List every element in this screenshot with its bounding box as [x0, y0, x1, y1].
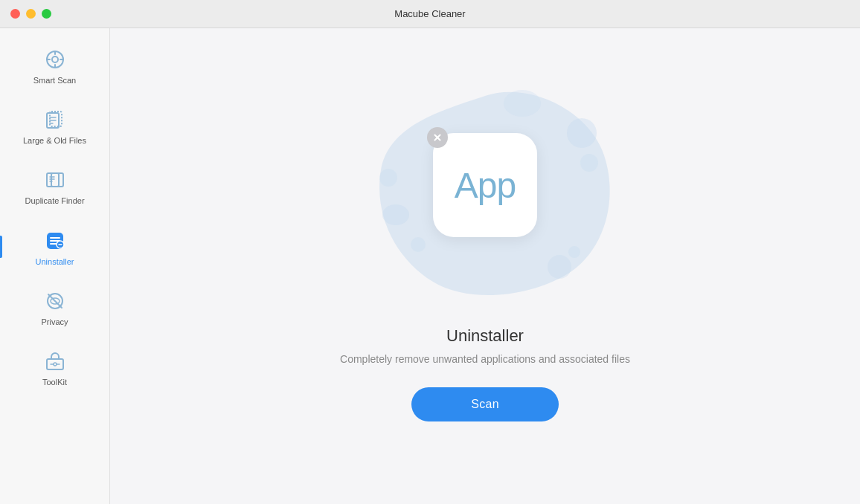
svg-point-34: [568, 246, 580, 258]
toolkit-label: ToolKit: [42, 378, 67, 387]
illustration: App: [336, 66, 634, 304]
uninstaller-icon: [42, 227, 68, 254]
toolkit-icon: [42, 348, 68, 375]
svg-point-33: [548, 255, 571, 279]
large-old-files-label: Large & Old Files: [23, 136, 86, 146]
smart-scan-label: Smart Scan: [33, 76, 76, 85]
window-controls: [10, 9, 51, 19]
svg-point-29: [567, 118, 597, 148]
svg-rect-11: [47, 173, 59, 187]
svg-rect-19: [50, 243, 57, 245]
svg-point-31: [382, 204, 409, 225]
sidebar-item-toolkit[interactable]: ToolKit: [6, 339, 103, 396]
sidebar: Smart Scan Large & Old Files: [0, 28, 110, 504]
app-icon-card: App: [433, 133, 537, 237]
large-old-files-icon: [42, 106, 68, 133]
sidebar-item-duplicate-finder[interactable]: Duplicate Finder: [6, 158, 103, 215]
sidebar-item-uninstaller[interactable]: Uninstaller: [6, 219, 103, 276]
svg-point-1: [52, 56, 58, 62]
svg-point-30: [580, 154, 598, 172]
scan-button[interactable]: Scan: [411, 387, 559, 421]
svg-rect-25: [47, 359, 63, 369]
sidebar-item-privacy[interactable]: Privacy: [6, 279, 103, 336]
svg-point-32: [411, 237, 426, 252]
uninstaller-label: Uninstaller: [36, 257, 74, 267]
privacy-label: Privacy: [41, 317, 68, 327]
minimize-button[interactable]: [26, 9, 36, 19]
close-badge: [427, 127, 448, 148]
titlebar: Macube Cleaner: [0, 0, 860, 28]
svg-rect-17: [50, 237, 60, 239]
app-icon-text: App: [455, 165, 516, 206]
privacy-icon: [42, 288, 68, 314]
text-section: Uninstaller Completely remove unwanted a…: [340, 326, 630, 365]
maximize-button[interactable]: [42, 9, 51, 19]
window-title: Macube Cleaner: [394, 8, 465, 19]
sidebar-item-large-old-files[interactable]: Large & Old Files: [6, 97, 103, 155]
duplicate-finder-label: Duplicate Finder: [25, 196, 84, 206]
main-content: Smart Scan Large & Old Files: [0, 28, 860, 504]
svg-rect-12: [51, 173, 63, 187]
svg-point-36: [504, 90, 541, 117]
main-area: App Uninstaller Completely remove unwant…: [110, 28, 860, 504]
section-title: Uninstaller: [340, 326, 630, 346]
close-button[interactable]: [10, 9, 20, 19]
duplicate-finder-icon: [42, 167, 68, 193]
section-description: Completely remove unwanted applications …: [340, 353, 630, 365]
svg-point-35: [379, 169, 397, 187]
smart-scan-icon: [42, 46, 68, 73]
sidebar-item-smart-scan[interactable]: Smart Scan: [6, 37, 103, 94]
